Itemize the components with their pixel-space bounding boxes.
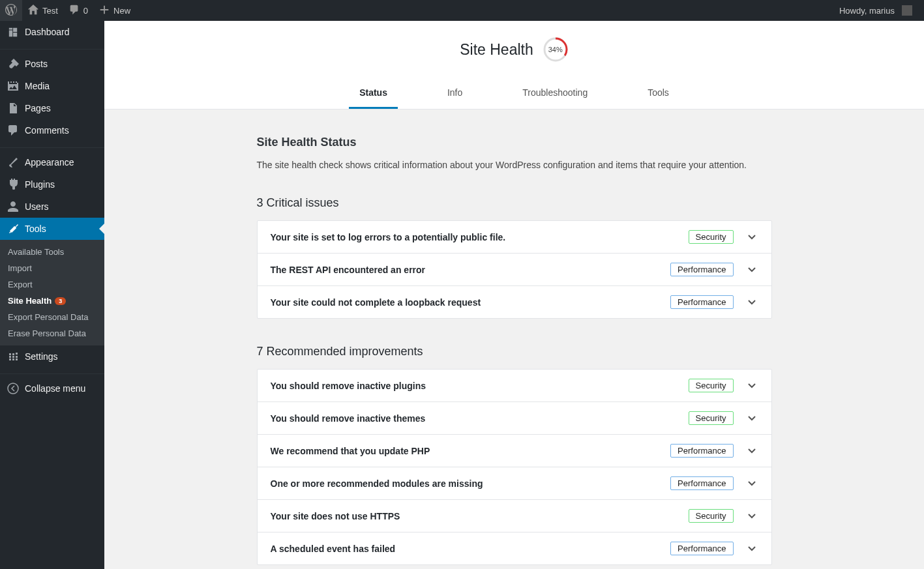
sidebar-label: Media: [25, 81, 50, 91]
tab-troubleshooting[interactable]: Troubleshooting: [512, 78, 598, 109]
pin-icon: [7, 57, 20, 70]
content-area: Site Health 34% Status Info Troubleshoot…: [104, 21, 924, 569]
comment-icon: [7, 124, 20, 137]
sidebar-label: Users: [25, 201, 49, 212]
sidebar-label: Dashboard: [25, 27, 70, 37]
issue-pill-security: Security: [689, 379, 734, 392]
wordpress-icon: [5, 4, 17, 18]
issue-pill-security: Security: [689, 509, 734, 523]
my-account[interactable]: Howdy, marius: [834, 0, 917, 21]
collapse-icon: [7, 382, 20, 395]
sidebar-item-dashboard[interactable]: Dashboard: [0, 21, 104, 43]
chevron-down-icon: [745, 445, 758, 458]
brush-icon: [7, 156, 20, 169]
chevron-down-icon: [745, 231, 758, 244]
home-icon: [27, 4, 39, 18]
issue-title: You should remove inactive plugins: [271, 381, 689, 391]
sidebar-item-pages[interactable]: Pages: [0, 97, 104, 119]
critical-heading: 3 Critical issues: [257, 196, 772, 210]
howdy-label: Howdy, marius: [839, 6, 895, 16]
sidebar-item-tools[interactable]: Tools: [0, 218, 104, 240]
issue-row[interactable]: You should remove inactive pluginsSecuri…: [258, 370, 771, 402]
chevron-down-icon: [745, 379, 758, 392]
new-content[interactable]: New: [93, 0, 136, 21]
sidebar-label: Plugins: [25, 179, 55, 190]
issue-title: Your site does not use HTTPS: [271, 511, 689, 521]
issue-row[interactable]: You should remove inactive themesSecurit…: [258, 402, 771, 435]
page-title: Site Health: [460, 41, 533, 59]
issue-pill-performance: Performance: [670, 542, 733, 555]
submenu-export-personal-data[interactable]: Export Personal Data: [0, 309, 104, 325]
submenu-erase-personal-data[interactable]: Erase Personal Data: [0, 325, 104, 342]
issue-pill-performance: Performance: [670, 476, 733, 490]
site-health-body: Site Health Status The site health check…: [257, 109, 772, 569]
tab-tools[interactable]: Tools: [637, 78, 679, 109]
tab-info[interactable]: Info: [437, 78, 473, 109]
issue-row[interactable]: Your site does not use HTTPSSecurity: [258, 500, 771, 533]
sidebar-item-appearance[interactable]: Appearance: [0, 151, 104, 173]
issue-title: Your site could not complete a loopback …: [271, 297, 671, 308]
page-icon: [7, 102, 20, 115]
sidebar-item-media[interactable]: Media: [0, 75, 104, 97]
issue-row[interactable]: We recommend that you update PHPPerforma…: [258, 435, 771, 467]
issue-pill-security: Security: [689, 411, 734, 425]
plugin-icon: [7, 178, 20, 191]
comments-count: 0: [83, 6, 88, 16]
collapse-menu[interactable]: Collapse menu: [0, 377, 104, 400]
issue-title: You should remove inactive themes: [271, 413, 689, 424]
status-description: The site health check shows critical inf…: [257, 160, 772, 170]
sidebar-item-settings[interactable]: Settings: [0, 345, 104, 368]
sidebar-item-plugins[interactable]: Plugins: [0, 173, 104, 196]
recommended-issues-list: You should remove inactive pluginsSecuri…: [257, 369, 772, 565]
admin-menu: Dashboard Posts Media Pages Comments App…: [0, 21, 104, 569]
issue-row[interactable]: Your site could not complete a loopback …: [258, 286, 771, 318]
health-progress: 34%: [543, 36, 569, 63]
menu-separator: [0, 145, 104, 148]
sidebar-label: Posts: [25, 59, 48, 69]
health-tabs: Status Info Troubleshooting Tools: [104, 78, 924, 109]
submenu-export[interactable]: Export: [0, 276, 104, 293]
avatar: [902, 5, 912, 16]
plus-icon: [98, 4, 110, 18]
sidebar-label: Collapse menu: [25, 383, 85, 394]
issue-row[interactable]: Your site is set to log errors to a pote…: [258, 221, 771, 254]
dashboard-icon: [7, 25, 20, 38]
sidebar-label: Appearance: [25, 157, 74, 168]
tools-submenu: Available Tools Import Export Site Healt…: [0, 240, 104, 345]
sidebar-item-users[interactable]: Users: [0, 196, 104, 218]
comments-link[interactable]: 0: [63, 0, 93, 21]
issue-row[interactable]: A scheduled event has failedPerformance: [258, 533, 771, 564]
menu-separator: [0, 371, 104, 374]
submenu-import[interactable]: Import: [0, 260, 104, 276]
issue-row[interactable]: One or more recommended modules are miss…: [258, 467, 771, 500]
svg-point-0: [8, 383, 18, 394]
chevron-down-icon: [745, 510, 758, 523]
site-health-badge: 3: [55, 297, 66, 305]
wrench-icon: [7, 222, 20, 235]
admin-bar: Test 0 New Howdy, marius: [0, 0, 924, 21]
health-percent: 34%: [543, 36, 569, 63]
recommended-heading: 7 Recommended improvements: [257, 345, 772, 358]
issue-title: A scheduled event has failed: [271, 544, 671, 554]
new-label: New: [113, 6, 130, 16]
sidebar-label: Pages: [25, 103, 51, 113]
issue-title: We recommend that you update PHP: [271, 446, 671, 456]
sidebar-item-posts[interactable]: Posts: [0, 53, 104, 75]
site-name[interactable]: Test: [22, 0, 63, 21]
sidebar-label: Tools: [25, 224, 46, 234]
issue-row[interactable]: The REST API encountered an errorPerform…: [258, 254, 771, 286]
wp-logo[interactable]: [0, 0, 22, 21]
issue-pill-performance: Performance: [670, 444, 733, 458]
media-icon: [7, 80, 20, 93]
submenu-label: Site Health: [8, 296, 52, 306]
comment-icon: [68, 4, 80, 18]
site-name-label: Test: [42, 6, 58, 16]
chevron-down-icon: [745, 296, 758, 309]
sidebar-item-comments[interactable]: Comments: [0, 119, 104, 141]
chevron-down-icon: [745, 542, 758, 555]
chevron-down-icon: [745, 263, 758, 276]
submenu-available-tools[interactable]: Available Tools: [0, 244, 104, 260]
tab-status[interactable]: Status: [349, 78, 398, 109]
chevron-down-icon: [745, 477, 758, 490]
submenu-site-health[interactable]: Site Health3: [0, 293, 104, 309]
